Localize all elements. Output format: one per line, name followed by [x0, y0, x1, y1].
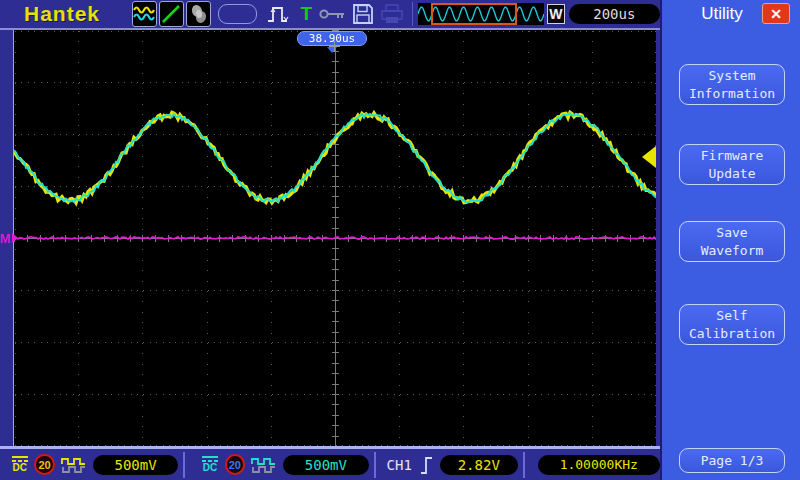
ch1-squarewave-icon: [61, 456, 87, 474]
bottombar-separator: [183, 452, 185, 478]
ch2-coupling-icon: DC: [198, 456, 221, 473]
ch2-coupling-label: DC: [203, 463, 217, 473]
ch2-invert-indicator: [251, 456, 277, 474]
menu-title: Utility: [701, 4, 743, 24]
pulse-icon: [266, 3, 294, 25]
button-label-line: Firmware: [701, 147, 764, 165]
line-display-button[interactable]: [159, 1, 184, 27]
ch1-coupling-label: DC: [12, 463, 26, 473]
ch1-scale-readout: 500mV: [93, 455, 179, 475]
button-label-line: Calibration: [689, 325, 775, 343]
timebase-readout: 200us: [569, 4, 660, 24]
mode-indicator-empty: [218, 4, 257, 24]
dual-waveform-button[interactable]: [132, 1, 157, 27]
bottombar-separator: [523, 452, 525, 478]
brand-logo: Hantek: [24, 2, 132, 26]
self-calibration-button[interactable]: Self Calibration: [679, 304, 785, 345]
printer-icon: [380, 4, 404, 24]
diagonal-line-icon: [160, 3, 182, 25]
dual-wave-icon: [133, 3, 155, 25]
math-marker-pointer-icon: [12, 233, 18, 243]
close-button[interactable]: ✕: [762, 3, 790, 24]
page-button[interactable]: Page 1/3: [679, 448, 785, 473]
button-label-line: Update: [709, 165, 756, 183]
blob-icon: [188, 3, 210, 25]
waveform-preview-window[interactable]: [418, 3, 544, 25]
ch1-coupling-icon: DC: [8, 456, 31, 473]
trigger-source-label: CH1: [387, 457, 412, 473]
ch1-invert-indicator: [61, 456, 87, 474]
page-button-label: Page 1/3: [701, 452, 764, 470]
firmware-update-button[interactable]: Firmware Update: [679, 144, 785, 185]
frequency-counter-readout: 1.00000KHz: [538, 455, 660, 475]
save-indicator: [352, 3, 374, 25]
trigger-edge-indicator: [419, 454, 435, 476]
math-marker-label: M: [0, 231, 11, 246]
persistence-button[interactable]: [186, 1, 211, 27]
system-information-button[interactable]: System Information: [679, 64, 785, 105]
button-label-line: Self: [716, 307, 747, 325]
trigger-level-arrow[interactable]: [642, 146, 656, 168]
scope-canvas: [14, 30, 656, 446]
print-indicator: [380, 4, 404, 24]
trigger-position-cross: [329, 41, 340, 52]
button-label-line: Waveform: [701, 242, 764, 260]
waveform-display: 38.90us: [14, 30, 656, 446]
bottom-status-bar: DC 20 500mV DC 20 500mV CH1 2.82V 1.0000…: [0, 449, 660, 480]
button-label-line: Save: [716, 224, 747, 242]
menu-header: Utility ✕: [662, 0, 800, 28]
utility-menu-panel: Utility ✕ System Information Firmware Up…: [660, 0, 800, 480]
key-icon: [319, 7, 346, 21]
top-status-bar: Hantek T: [0, 0, 660, 30]
rising-edge-icon: [419, 454, 435, 476]
button-label-line: System: [709, 67, 756, 85]
ch2-squarewave-icon: [251, 456, 277, 474]
button-label-line: Information: [689, 85, 775, 103]
ch1-bandwidth-badge: 20: [34, 454, 55, 475]
ch2-bandwidth-badge: 20: [225, 454, 246, 475]
topbar-separator: [412, 2, 413, 26]
floppy-disk-icon: [352, 3, 374, 25]
math-channel-marker[interactable]: M: [0, 230, 18, 246]
waveform-preview-canvas: [418, 3, 544, 25]
bottombar-separator: [374, 452, 376, 478]
trigger-level-readout: 2.82V: [440, 455, 518, 475]
pulse-indicator: [266, 3, 294, 25]
window-mode-badge: W: [547, 4, 564, 24]
ch2-scale-readout: 500mV: [283, 455, 369, 475]
trigger-status-letter: T: [301, 3, 313, 25]
keylock-indicator: [319, 7, 346, 21]
save-waveform-button[interactable]: Save Waveform: [679, 221, 785, 262]
